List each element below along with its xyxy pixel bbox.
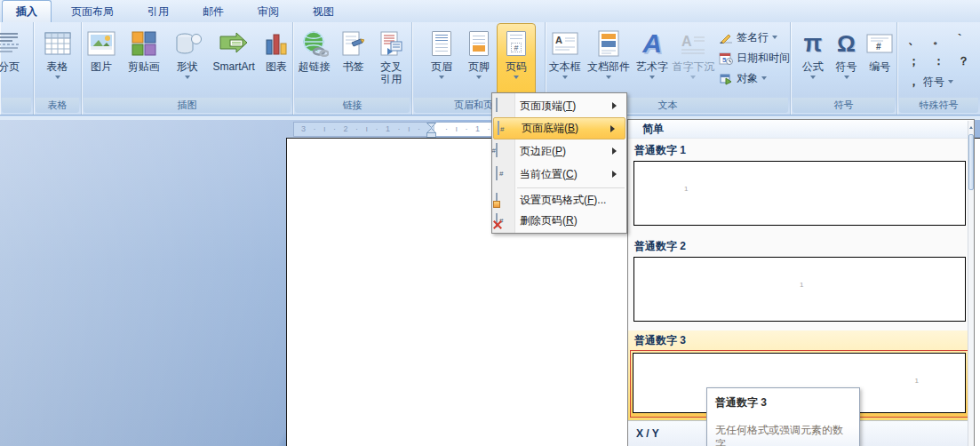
scrollbar-up-arrow	[969, 124, 973, 129]
table-dropdown-arrow	[55, 76, 60, 82]
symbol-button[interactable]: Ω 符号	[830, 24, 864, 95]
cross-reference-button[interactable]: 交叉引用	[370, 24, 411, 95]
menu-item-current-position[interactable]: # 当前位置(C)	[492, 163, 626, 186]
date-time-icon: 5	[719, 52, 733, 65]
page-number-button[interactable]: # 页码	[498, 24, 535, 95]
gallery-scrollbar[interactable]	[968, 121, 974, 446]
current-position-icon: #	[496, 167, 510, 181]
drop-cap-button[interactable]: A 首字下沉	[672, 24, 715, 95]
signature-line-icon	[719, 32, 733, 44]
table-icon	[44, 27, 71, 60]
textbox-icon: A	[552, 27, 578, 60]
wordart-icon: A	[642, 27, 662, 60]
special-symbol-more-button[interactable]: ， 符号	[908, 74, 970, 90]
signature-dropdown-arrow	[772, 36, 777, 42]
page-margins-icon: #	[496, 144, 510, 158]
signature-line-button[interactable]: 签名行	[719, 30, 790, 45]
submenu-arrow	[612, 102, 620, 109]
menu-item-format-page-numbers[interactable]: 设置页码格式(F)...	[492, 190, 626, 211]
quick-parts-icon	[598, 27, 619, 60]
equation-pi-icon: π	[804, 30, 823, 58]
tab-mailings[interactable]: 邮件	[188, 0, 238, 22]
svg-text:5: 5	[722, 56, 727, 64]
ribbon-group-symbols: π 公式 Ω 符号 # 编号 符	[791, 22, 897, 115]
svg-text:A: A	[681, 34, 692, 49]
word-window: 插入 页面布局 引用 邮件 审阅 视图 分页	[0, 0, 980, 446]
gallery-item-plain-number-2[interactable]: 普通数字 2 1	[628, 235, 974, 322]
special-symbol-4[interactable]: ；	[908, 53, 920, 69]
menu-item-top-of-page[interactable]: 页面顶端(T)	[492, 94, 626, 117]
page-break-button[interactable]: 分页	[0, 24, 28, 95]
bottom-of-page-icon: #	[498, 122, 512, 136]
special-symbol-dropdown-arrow	[948, 80, 953, 86]
bookmark-button[interactable]: 书签	[336, 24, 371, 95]
hyperlink-button[interactable]: 超链接	[293, 24, 336, 95]
menu-item-page-margins[interactable]: # 页边距(P)	[492, 139, 626, 163]
menu-item-remove-page-numbers[interactable]: # 删除页码(R)	[492, 211, 626, 231]
ribbon-group-special-symbols: 、 。 ` ； ： ？ ， 符号 特殊符号	[897, 22, 980, 115]
equation-button[interactable]: π 公式	[796, 24, 830, 95]
remove-page-numbers-icon: #	[496, 214, 510, 228]
group-label-symbols[interactable]: 符号	[793, 98, 895, 113]
tab-review[interactable]: 审阅	[243, 0, 293, 22]
page-break-icon	[0, 27, 21, 60]
special-symbol-3[interactable]: `	[958, 32, 970, 48]
tab-view[interactable]: 视图	[299, 0, 348, 22]
submenu-arrow	[610, 125, 618, 132]
footer-button[interactable]: 页脚	[460, 24, 498, 95]
svg-text:A: A	[555, 35, 562, 45]
number-button[interactable]: # 编号	[863, 24, 896, 95]
submenu-arrow	[612, 147, 620, 155]
header-button[interactable]: 页眉	[423, 24, 460, 95]
gallery-item-plain-number-1[interactable]: 普通数字 1 1	[628, 139, 974, 226]
tab-references[interactable]: 引用	[133, 0, 183, 22]
symbol-dropdown-arrow	[844, 76, 849, 82]
ribbon-group-links: 超链接 书签	[293, 22, 412, 115]
clipart-button[interactable]: 剪贴画	[121, 24, 167, 95]
group-label-illustrations[interactable]: 插图	[84, 98, 291, 113]
special-symbol-6[interactable]: ？	[958, 53, 970, 69]
scrollbar-thumb[interactable]	[968, 134, 974, 190]
drop-cap-dropdown-arrow	[690, 76, 696, 82]
gallery-tooltip: 普通数字 3 无任何格式或强调元素的数字	[706, 387, 860, 446]
number-icon: #	[866, 27, 893, 60]
group-label-tables[interactable]: 表格	[36, 98, 79, 113]
menu-item-bottom-of-page[interactable]: # 页面底端(B)	[493, 117, 625, 139]
special-symbol-2[interactable]: 。	[933, 32, 945, 48]
wordart-button[interactable]: A 艺术字	[633, 24, 672, 95]
smartart-button[interactable]: SmartArt	[207, 24, 260, 95]
format-page-numbers-icon	[496, 194, 510, 208]
footer-icon	[469, 27, 489, 60]
ribbon-tab-bar: 插入 页面布局 引用 邮件 审阅 视图	[0, 0, 980, 22]
ribbon-group-pages: 分页	[0, 22, 34, 115]
group-label-pages[interactable]	[2, 98, 31, 113]
object-dropdown-arrow	[761, 76, 767, 83]
table-button[interactable]: 表格	[44, 24, 71, 95]
quick-parts-dropdown-arrow	[606, 76, 611, 82]
group-label-links[interactable]: 链接	[295, 98, 410, 113]
bookmark-icon	[341, 27, 364, 60]
shapes-button[interactable]: 形状	[167, 24, 208, 95]
header-icon	[432, 27, 451, 60]
indent-markers[interactable]	[426, 123, 436, 138]
object-button[interactable]: 对象	[719, 71, 790, 86]
page-number-menu: 页面顶端(T) # 页面底端(B) # 页边距(P) # 当前位置(C) 设置页…	[491, 92, 627, 234]
special-symbol-5[interactable]: ：	[933, 53, 945, 69]
date-time-button[interactable]: 5 日期和时间	[719, 51, 790, 66]
tooltip-title: 普通数字 3	[715, 395, 851, 410]
textbox-button[interactable]: A 文本框	[546, 24, 585, 95]
quick-parts-button[interactable]: 文档部件	[585, 24, 633, 95]
tab-insert[interactable]: 插入	[2, 0, 52, 22]
chart-button[interactable]: 图表	[260, 24, 292, 95]
gallery-section-simple: 简单	[628, 120, 974, 139]
group-label-special-symbols[interactable]: 特殊符号	[899, 98, 978, 113]
shapes-icon	[173, 27, 202, 60]
menu-separator	[517, 187, 625, 188]
tab-page-layout[interactable]: 页面布局	[57, 0, 128, 22]
chart-icon	[264, 27, 289, 60]
special-symbol-1[interactable]: 、	[908, 32, 920, 48]
wordart-dropdown-arrow	[649, 76, 655, 82]
gallery-preview: 1	[633, 257, 966, 322]
page-number-dropdown-arrow	[514, 76, 519, 82]
picture-button[interactable]: 图片	[82, 24, 121, 95]
